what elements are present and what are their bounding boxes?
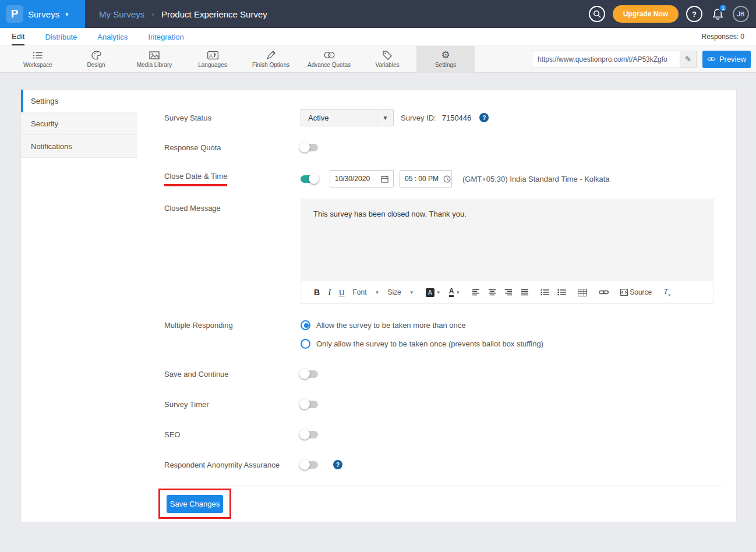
radio-allow-multiple[interactable] bbox=[301, 320, 310, 330]
workspace-icon bbox=[33, 50, 43, 60]
radio-label: Only allow the survey to be taken once (… bbox=[316, 339, 543, 348]
app-logo-menu[interactable]: P Surveys ▾ bbox=[0, 0, 85, 28]
tab-integration[interactable]: Integration bbox=[148, 28, 183, 45]
close-time-input[interactable]: 05 : 00 PM bbox=[400, 170, 452, 187]
notifications-button[interactable]: 1 bbox=[710, 6, 725, 22]
chevron-down-icon: ▼ bbox=[436, 290, 441, 295]
multiple-responding-option-2: Only allow the survey to be taken once (… bbox=[301, 337, 543, 350]
preview-button[interactable]: Preview bbox=[702, 51, 751, 68]
insert-link-button[interactable] bbox=[599, 289, 609, 295]
survey-timer-toggle[interactable] bbox=[301, 401, 318, 408]
toolbar-item-design[interactable]: Design bbox=[67, 46, 125, 73]
sidebar-item-security[interactable]: Security bbox=[21, 112, 137, 135]
survey-status-select[interactable]: Active ▼ bbox=[301, 109, 394, 126]
toggle-knob bbox=[309, 174, 319, 184]
richtext-toolbar: B I U Font▼ Size▼ A▼ A▼ Source T bbox=[301, 281, 714, 304]
background-color-button[interactable]: A▼ bbox=[426, 288, 441, 297]
toolbar-item-label: Media Library bbox=[137, 62, 172, 68]
source-code-icon bbox=[620, 289, 628, 296]
survey-id-help-icon[interactable]: ? bbox=[479, 113, 489, 122]
close-date-value: 10/30/2020 bbox=[335, 175, 376, 183]
help-button[interactable]: ? bbox=[686, 6, 702, 22]
link-icon bbox=[599, 289, 609, 295]
toggle-knob bbox=[299, 459, 310, 470]
response-quota-label: Response Quota bbox=[164, 143, 301, 152]
underline-button[interactable]: U bbox=[339, 288, 344, 297]
toolbar-item-finish-options[interactable]: Finish Options bbox=[242, 46, 300, 73]
align-justify-button[interactable] bbox=[521, 289, 529, 296]
toolbar-item-label: Languages bbox=[198, 62, 227, 68]
toolbar-item-settings[interactable]: ⚙ Settings bbox=[416, 46, 475, 73]
toolbar-item-label: Settings bbox=[435, 62, 456, 68]
bullet-list-button[interactable] bbox=[540, 289, 549, 296]
breadcrumb-separator-icon: › bbox=[151, 9, 154, 19]
source-label: Source bbox=[630, 288, 652, 296]
topbar-actions: Upgrade Now ? 1 JB bbox=[589, 5, 756, 23]
align-right-button[interactable] bbox=[504, 289, 513, 296]
close-date-time-toggle[interactable] bbox=[301, 175, 318, 183]
close-date-time-label: Close Date & Time bbox=[164, 172, 301, 186]
text-color-button[interactable]: A▼ bbox=[449, 288, 461, 297]
background-color-icon: A bbox=[426, 288, 434, 297]
survey-id-label: Survey ID: bbox=[401, 114, 436, 122]
italic-button[interactable]: I bbox=[328, 288, 331, 298]
pen-icon bbox=[266, 50, 275, 60]
source-button[interactable]: Source bbox=[620, 288, 652, 296]
toolbar-item-variables[interactable]: Variables bbox=[358, 46, 416, 73]
bold-icon: B bbox=[314, 288, 320, 297]
anonymity-help-icon[interactable]: ? bbox=[333, 460, 342, 469]
toolbar-item-workspace[interactable]: Workspace bbox=[9, 46, 67, 73]
radio-allow-once[interactable] bbox=[301, 339, 310, 349]
toggle-knob bbox=[299, 399, 310, 409]
search-button[interactable] bbox=[589, 6, 605, 22]
sidebar-item-notifications[interactable]: Notifications bbox=[21, 135, 137, 158]
save-changes-button[interactable]: Save Changes bbox=[167, 495, 223, 513]
align-left-button[interactable] bbox=[472, 289, 480, 296]
size-dropdown[interactable]: Size▼ bbox=[387, 288, 414, 296]
upgrade-now-button[interactable]: Upgrade Now bbox=[613, 5, 679, 23]
remove-format-button[interactable]: Tx bbox=[663, 287, 670, 298]
close-date-input[interactable]: 10/30/2020 bbox=[330, 170, 394, 187]
closed-message-editor: This survey has been closed now. Thank y… bbox=[301, 199, 714, 304]
table-icon bbox=[578, 289, 587, 296]
toolbar-item-label: Design bbox=[87, 62, 105, 68]
toolbar-item-languages[interactable]: A Languages bbox=[183, 46, 242, 73]
chevron-down-icon: ▼ bbox=[375, 290, 380, 295]
pencil-icon: ✎ bbox=[685, 55, 691, 63]
save-and-continue-toggle[interactable] bbox=[301, 370, 318, 378]
closed-message-label: Closed Message bbox=[164, 199, 301, 213]
response-quota-toggle[interactable] bbox=[301, 144, 318, 151]
anonymity-toggle[interactable] bbox=[301, 461, 318, 469]
settings-panel: Settings Security Notifications Survey S… bbox=[20, 89, 737, 522]
insert-table-button[interactable] bbox=[578, 289, 587, 296]
sidebar-item-settings[interactable]: Settings bbox=[21, 90, 137, 112]
save-and-continue-row: Save and Continue bbox=[164, 365, 723, 383]
tab-analytics[interactable]: Analytics bbox=[97, 28, 128, 45]
edit-url-button[interactable]: ✎ bbox=[680, 51, 696, 68]
numbered-list-icon bbox=[557, 289, 566, 296]
align-center-icon bbox=[488, 289, 496, 296]
text-color-icon: A bbox=[449, 288, 454, 297]
translate-icon: A bbox=[207, 50, 218, 60]
save-and-continue-label: Save and Continue bbox=[164, 370, 301, 378]
bold-button[interactable]: B bbox=[314, 288, 320, 297]
align-center-button[interactable] bbox=[488, 289, 496, 296]
numbered-list-button[interactable] bbox=[557, 289, 566, 296]
remove-format-icon: Tx bbox=[663, 287, 670, 298]
breadcrumb-my-surveys[interactable]: My Surveys bbox=[99, 9, 144, 19]
seo-toggle[interactable] bbox=[301, 431, 318, 438]
toolbar-items: Workspace Design Media Library A Languag… bbox=[9, 46, 475, 73]
chevron-down-icon: ▼ bbox=[377, 109, 393, 126]
tab-distribute[interactable]: Distribute bbox=[45, 28, 77, 45]
survey-url-input[interactable] bbox=[532, 51, 680, 68]
toolbar-item-advance-quotas[interactable]: Advance Quotas bbox=[300, 46, 358, 73]
close-date-time-row: Close Date & Time 10/30/2020 05 : 00 PM … bbox=[164, 170, 723, 187]
closed-message-textarea[interactable]: This survey has been closed now. Thank y… bbox=[301, 199, 714, 281]
font-dropdown[interactable]: Font▼ bbox=[353, 288, 380, 296]
tab-edit[interactable]: Edit bbox=[12, 28, 24, 45]
multiple-responding-label: Multiple Responding bbox=[164, 321, 301, 330]
survey-status-row: Survey Status Active ▼ Survey ID: 715044… bbox=[164, 109, 723, 126]
seo-label: SEO bbox=[164, 430, 301, 439]
toolbar-item-media-library[interactable]: Media Library bbox=[125, 46, 183, 73]
user-avatar[interactable]: JB bbox=[733, 6, 749, 22]
